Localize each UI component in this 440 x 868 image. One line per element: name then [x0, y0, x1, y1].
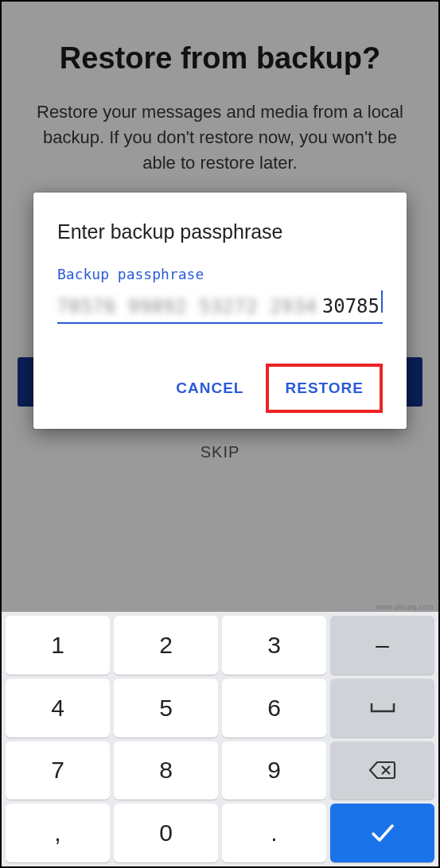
key-6[interactable]: 6: [222, 679, 326, 738]
passphrase-visible-part: 30785: [317, 295, 380, 317]
key-7[interactable]: 7: [6, 741, 110, 800]
key-backspace[interactable]: [330, 741, 434, 800]
passphrase-dialog: Enter backup passphrase Backup passphras…: [33, 193, 407, 429]
key-2[interactable]: 2: [114, 616, 218, 675]
key-period[interactable]: .: [222, 804, 326, 862]
key-1[interactable]: 1: [6, 616, 110, 675]
key-0[interactable]: 0: [114, 804, 218, 862]
passphrase-input[interactable]: 78576 99892 53272 29348 30785: [57, 290, 383, 324]
backspace-icon: [368, 760, 397, 780]
key-8[interactable]: 8: [114, 741, 218, 800]
key-9[interactable]: 9: [222, 741, 326, 800]
key-4[interactable]: 4: [6, 679, 110, 738]
key-enter[interactable]: [330, 804, 434, 862]
text-cursor: [381, 290, 383, 313]
page-description: Restore your messages and media from a l…: [25, 99, 415, 176]
check-icon: [369, 823, 396, 843]
passphrase-field-label: Backup passphrase: [57, 266, 383, 282]
space-icon: [369, 701, 396, 715]
page-title: Restore from backup?: [25, 41, 415, 76]
key-comma[interactable]: ,: [6, 804, 110, 862]
cancel-button[interactable]: CANCEL: [162, 368, 258, 408]
dialog-actions: CANCEL RESTORE: [57, 364, 383, 413]
key-minus[interactable]: –: [330, 616, 434, 675]
numeric-keyboard: 1 2 3 – 4 5 6 7 8 9 , 0 .: [2, 612, 438, 866]
passphrase-masked-part: 78576 99892 53272 29348: [57, 296, 317, 317]
restore-button[interactable]: RESTORE: [271, 368, 378, 408]
key-5[interactable]: 5: [114, 679, 218, 738]
key-3[interactable]: 3: [222, 616, 326, 675]
watermark-text: www.deuaq.com: [376, 603, 434, 611]
dialog-title: Enter backup passphrase: [57, 220, 383, 243]
key-space[interactable]: [330, 679, 434, 738]
restore-highlight-box: RESTORE: [266, 364, 383, 413]
skip-button[interactable]: SKIP: [2, 443, 438, 461]
